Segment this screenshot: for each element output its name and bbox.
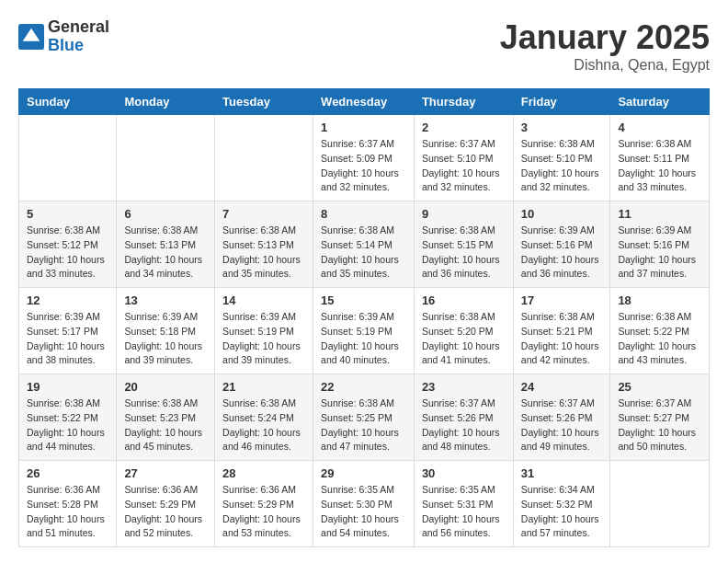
day-info: Sunrise: 6:36 AMSunset: 5:29 PMDaylight:…	[222, 484, 301, 538]
table-row	[117, 115, 215, 201]
day-info: Sunrise: 6:35 AMSunset: 5:30 PMDaylight:…	[321, 484, 399, 538]
day-number: 6	[124, 207, 207, 221]
day-info: Sunrise: 6:38 AMSunset: 5:24 PMDaylight:…	[222, 397, 301, 452]
day-info: Sunrise: 6:38 AMSunset: 5:11 PMDaylight:…	[618, 138, 696, 192]
day-number: 31	[521, 466, 603, 480]
table-row	[215, 115, 313, 201]
table-row: 18 Sunrise: 6:38 AMSunset: 5:22 PMDaylig…	[610, 288, 710, 374]
day-number: 12	[27, 293, 108, 307]
day-number: 21	[222, 380, 305, 394]
day-info: Sunrise: 6:38 AMSunset: 5:25 PMDaylight:…	[321, 397, 399, 452]
calendar-week-1: 5 Sunrise: 6:38 AMSunset: 5:12 PMDayligh…	[19, 201, 710, 288]
table-row: 10 Sunrise: 6:39 AMSunset: 5:16 PMDaylig…	[513, 201, 610, 288]
table-row: 15 Sunrise: 6:39 AMSunset: 5:19 PMDaylig…	[313, 288, 415, 374]
col-sunday: Sunday	[19, 89, 117, 115]
day-number: 30	[422, 466, 506, 480]
page-header: General Blue January 2025 Dishna, Qena, …	[18, 18, 710, 74]
col-saturday: Saturday	[610, 89, 710, 115]
table-row: 3 Sunrise: 6:38 AMSunset: 5:10 PMDayligh…	[513, 115, 610, 201]
table-row: 29 Sunrise: 6:35 AMSunset: 5:30 PMDaylig…	[313, 461, 415, 547]
day-info: Sunrise: 6:39 AMSunset: 5:16 PMDaylight:…	[618, 224, 696, 279]
day-info: Sunrise: 6:39 AMSunset: 5:16 PMDaylight:…	[521, 224, 599, 279]
location-title: Dishna, Qena, Egypt	[500, 57, 710, 74]
day-number: 13	[124, 293, 207, 307]
day-number: 24	[521, 380, 603, 394]
table-row: 9 Sunrise: 6:38 AMSunset: 5:15 PMDayligh…	[414, 201, 513, 288]
day-number: 29	[321, 466, 406, 480]
table-row: 22 Sunrise: 6:38 AMSunset: 5:25 PMDaylig…	[313, 374, 415, 461]
day-number: 8	[321, 207, 406, 221]
day-info: Sunrise: 6:37 AMSunset: 5:27 PMDaylight:…	[618, 397, 696, 452]
calendar-table: Sunday Monday Tuesday Wednesday Thursday…	[18, 88, 710, 547]
table-row: 7 Sunrise: 6:38 AMSunset: 5:13 PMDayligh…	[215, 201, 313, 288]
day-info: Sunrise: 6:37 AMSunset: 5:26 PMDaylight:…	[422, 397, 500, 452]
day-number: 15	[321, 293, 406, 307]
day-info: Sunrise: 6:34 AMSunset: 5:32 PMDaylight:…	[521, 484, 599, 538]
day-info: Sunrise: 6:38 AMSunset: 5:14 PMDaylight:…	[321, 224, 399, 279]
day-info: Sunrise: 6:35 AMSunset: 5:31 PMDaylight:…	[422, 484, 500, 538]
col-tuesday: Tuesday	[215, 89, 313, 115]
day-number: 18	[618, 293, 701, 307]
calendar-header-row: Sunday Monday Tuesday Wednesday Thursday…	[19, 89, 710, 115]
table-row: 17 Sunrise: 6:38 AMSunset: 5:21 PMDaylig…	[513, 288, 610, 374]
table-row: 21 Sunrise: 6:38 AMSunset: 5:24 PMDaylig…	[215, 374, 313, 461]
table-row: 1 Sunrise: 6:37 AMSunset: 5:09 PMDayligh…	[313, 115, 415, 201]
table-row	[610, 461, 710, 547]
logo-text: General Blue	[48, 18, 109, 55]
day-number: 28	[222, 466, 305, 480]
table-row: 12 Sunrise: 6:39 AMSunset: 5:17 PMDaylig…	[19, 288, 117, 374]
day-number: 5	[27, 207, 108, 221]
day-number: 11	[618, 207, 701, 221]
title-block: January 2025 Dishna, Qena, Egypt	[500, 18, 710, 74]
day-info: Sunrise: 6:37 AMSunset: 5:09 PMDaylight:…	[321, 138, 399, 192]
day-info: Sunrise: 6:36 AMSunset: 5:29 PMDaylight:…	[124, 484, 202, 538]
day-info: Sunrise: 6:38 AMSunset: 5:12 PMDaylight:…	[27, 224, 105, 279]
table-row: 6 Sunrise: 6:38 AMSunset: 5:13 PMDayligh…	[117, 201, 215, 288]
table-row: 16 Sunrise: 6:38 AMSunset: 5:20 PMDaylig…	[414, 288, 513, 374]
table-row: 28 Sunrise: 6:36 AMSunset: 5:29 PMDaylig…	[215, 461, 313, 547]
day-info: Sunrise: 6:36 AMSunset: 5:28 PMDaylight:…	[27, 484, 105, 538]
day-number: 26	[27, 466, 108, 480]
day-info: Sunrise: 6:39 AMSunset: 5:19 PMDaylight:…	[321, 311, 399, 365]
day-number: 16	[422, 293, 506, 307]
day-number: 7	[222, 207, 305, 221]
day-number: 4	[618, 121, 701, 134]
day-info: Sunrise: 6:37 AMSunset: 5:10 PMDaylight:…	[422, 138, 500, 192]
table-row: 4 Sunrise: 6:38 AMSunset: 5:11 PMDayligh…	[610, 115, 710, 201]
day-number: 10	[521, 207, 603, 221]
col-monday: Monday	[117, 89, 215, 115]
day-number: 23	[422, 380, 506, 394]
day-info: Sunrise: 6:38 AMSunset: 5:23 PMDaylight:…	[124, 397, 202, 452]
day-number: 27	[124, 466, 207, 480]
table-row: 31 Sunrise: 6:34 AMSunset: 5:32 PMDaylig…	[513, 461, 610, 547]
col-wednesday: Wednesday	[313, 89, 415, 115]
day-number: 20	[124, 380, 207, 394]
day-info: Sunrise: 6:38 AMSunset: 5:22 PMDaylight:…	[27, 397, 105, 452]
col-thursday: Thursday	[414, 89, 513, 115]
day-info: Sunrise: 6:38 AMSunset: 5:15 PMDaylight:…	[422, 224, 500, 279]
day-info: Sunrise: 6:38 AMSunset: 5:13 PMDaylight:…	[222, 224, 301, 279]
day-number: 25	[618, 380, 701, 394]
day-info: Sunrise: 6:38 AMSunset: 5:20 PMDaylight:…	[422, 311, 500, 365]
table-row: 5 Sunrise: 6:38 AMSunset: 5:12 PMDayligh…	[19, 201, 117, 288]
day-number: 3	[521, 121, 603, 134]
table-row: 13 Sunrise: 6:39 AMSunset: 5:18 PMDaylig…	[117, 288, 215, 374]
logo-blue: Blue	[48, 37, 109, 55]
day-info: Sunrise: 6:38 AMSunset: 5:22 PMDaylight:…	[618, 311, 696, 365]
logo: General Blue	[18, 18, 109, 55]
calendar-week-3: 19 Sunrise: 6:38 AMSunset: 5:22 PMDaylig…	[19, 374, 710, 461]
table-row: 25 Sunrise: 6:37 AMSunset: 5:27 PMDaylig…	[610, 374, 710, 461]
table-row: 23 Sunrise: 6:37 AMSunset: 5:26 PMDaylig…	[414, 374, 513, 461]
logo-icon	[18, 24, 44, 50]
table-row: 11 Sunrise: 6:39 AMSunset: 5:16 PMDaylig…	[610, 201, 710, 288]
table-row: 2 Sunrise: 6:37 AMSunset: 5:10 PMDayligh…	[414, 115, 513, 201]
day-info: Sunrise: 6:39 AMSunset: 5:19 PMDaylight:…	[222, 311, 301, 365]
table-row: 20 Sunrise: 6:38 AMSunset: 5:23 PMDaylig…	[117, 374, 215, 461]
table-row: 19 Sunrise: 6:38 AMSunset: 5:22 PMDaylig…	[19, 374, 117, 461]
day-number: 17	[521, 293, 603, 307]
day-number: 9	[422, 207, 506, 221]
calendar-week-4: 26 Sunrise: 6:36 AMSunset: 5:28 PMDaylig…	[19, 461, 710, 547]
day-info: Sunrise: 6:39 AMSunset: 5:18 PMDaylight:…	[124, 311, 202, 365]
table-row: 8 Sunrise: 6:38 AMSunset: 5:14 PMDayligh…	[313, 201, 415, 288]
table-row	[19, 115, 117, 201]
